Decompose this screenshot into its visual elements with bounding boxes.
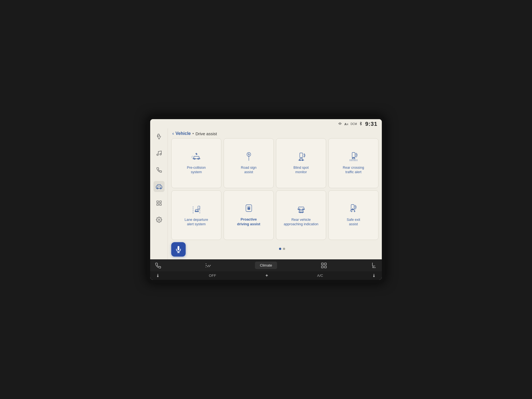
card-lane-departure[interactable]: Lane departurealert system [171, 190, 221, 240]
bottom-phone-icon[interactable] [155, 262, 161, 269]
svg-point-34 [351, 211, 352, 212]
bottom-seat-icon[interactable] [371, 262, 377, 269]
wireless-icon [338, 121, 342, 127]
svg-rect-37 [324, 263, 326, 265]
sidebar-item-settings[interactable] [154, 214, 165, 225]
svg-rect-18 [352, 152, 355, 158]
card-safe-exit[interactable]: Safe exitassist [328, 190, 378, 240]
outer-frame: A≡ DCM 9:31 [147, 116, 385, 283]
svg-rect-39 [324, 266, 326, 268]
status-bar: A≡ DCM 9:31 [150, 119, 382, 128]
proactive-driving-label: Proactivedriving assist [237, 217, 260, 227]
breadcrumb-back-button[interactable]: ‹ [172, 131, 174, 136]
bottom-bar: Climate [150, 259, 382, 271]
pre-collision-icon [191, 152, 202, 163]
drive-assist-grid: Pre-collisionsystem [168, 138, 382, 242]
card-rear-crossing[interactable]: Rear crossingtraffic alert [328, 138, 378, 188]
svg-point-1 [160, 154, 161, 155]
page-indicators [186, 247, 378, 252]
az-icon: A≡ [344, 122, 348, 126]
card-proactive-driving[interactable]: Proactivedriving assist [224, 190, 274, 240]
status-icons: A≡ DCM [338, 121, 362, 127]
blind-spot-label: Blind spotmonitor [293, 165, 309, 175]
pre-collision-label: Pre-collisionsystem [187, 165, 206, 175]
climate-label: Climate [260, 263, 272, 267]
sidebar-item-phone[interactable] [154, 164, 165, 175]
off-label: OFF [209, 273, 216, 278]
sidebar-item-navigation[interactable] [154, 131, 165, 142]
breadcrumb-vehicle: Vehicle [175, 131, 191, 136]
rear-vehicle-icon [295, 204, 307, 215]
fan-icon: ✦ [265, 273, 268, 278]
dcm-icon: DCM [351, 122, 357, 126]
main-content: ‹ Vehicle • Drive assist [150, 128, 382, 259]
climate-button[interactable]: Climate [255, 262, 277, 269]
card-road-sign-assist[interactable]: Road signassist [224, 138, 274, 188]
svg-rect-8 [159, 204, 161, 205]
card-pre-collision[interactable]: Pre-collisionsystem [171, 138, 221, 188]
rear-crossing-icon [348, 152, 359, 163]
proactive-driving-icon [243, 204, 255, 215]
sidebar [150, 128, 168, 259]
svg-point-9 [158, 219, 160, 221]
rear-vehicle-label: Rear vehicleapproaching indication [284, 218, 318, 227]
svg-rect-38 [321, 266, 323, 268]
bluetooth-icon [359, 121, 362, 127]
sidebar-item-apps[interactable] [154, 198, 165, 209]
bottom-grid-icon[interactable] [321, 262, 327, 269]
svg-rect-7 [157, 204, 158, 205]
page-dot-1 [279, 248, 281, 250]
svg-rect-6 [159, 201, 161, 203]
rear-crossing-label: Rear crossingtraffic alert [343, 165, 364, 175]
road-sign-icon [243, 152, 255, 163]
sidebar-item-music[interactable] [154, 148, 165, 159]
svg-point-35 [354, 211, 355, 212]
card-rear-vehicle[interactable]: Rear vehicleapproaching indication [276, 190, 326, 240]
breadcrumb: ‹ Vehicle • Drive assist [168, 128, 382, 138]
safe-exit-icon [348, 204, 359, 215]
bottom-heat-icon[interactable] [205, 262, 211, 269]
status-time: 9:31 [365, 121, 377, 127]
breadcrumb-current: Drive assist [195, 131, 217, 136]
svg-rect-32 [351, 204, 354, 210]
lane-departure-icon [191, 204, 202, 215]
blind-spot-icon [295, 152, 307, 163]
svg-rect-36 [321, 263, 323, 265]
voice-button[interactable] [171, 242, 186, 257]
ac-label: A/C [317, 273, 323, 278]
lane-departure-label: Lane departurealert system [185, 218, 208, 227]
breadcrumb-separator: • [192, 131, 194, 136]
page-dot-2 [283, 248, 285, 250]
screen: A≡ DCM 9:31 [150, 119, 382, 280]
svg-point-0 [157, 154, 158, 156]
physical-controls: 🌡 OFF ✦ A/C 🌡 [150, 271, 382, 280]
safe-exit-label: Safe exitassist [347, 218, 360, 227]
svg-rect-14 [300, 153, 303, 158]
svg-rect-5 [157, 201, 158, 203]
card-blind-spot[interactable]: Blind spotmonitor [276, 138, 326, 188]
sidebar-item-vehicle[interactable] [154, 181, 165, 192]
content-area: ‹ Vehicle • Drive assist [168, 128, 382, 259]
road-sign-assist-label: Road signassist [241, 165, 256, 175]
temp-right-icon: 🌡 [372, 273, 376, 278]
temp-left-icon: 🌡 [156, 273, 160, 278]
